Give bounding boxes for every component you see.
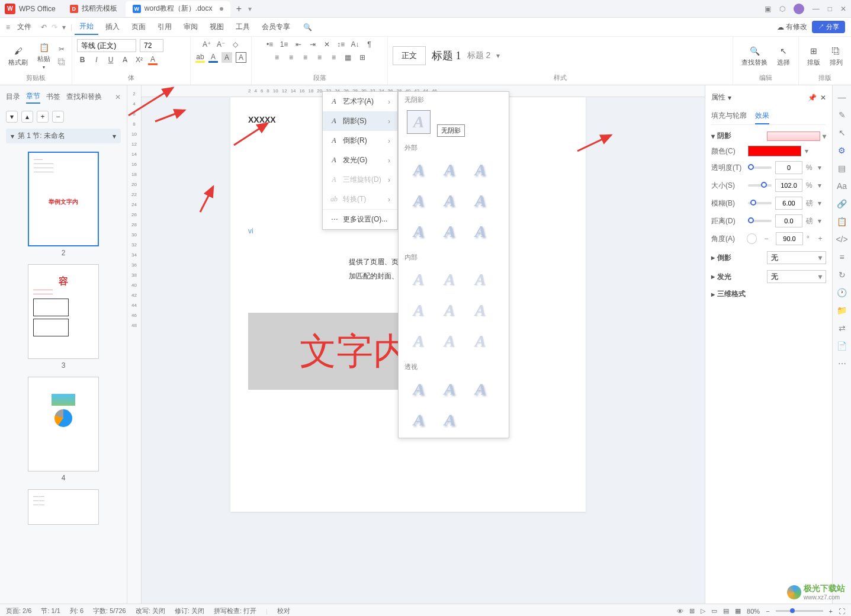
blur-slider[interactable] bbox=[748, 202, 772, 204]
more-qat-icon[interactable]: ▾ bbox=[62, 23, 66, 31]
layout-icon[interactable]: ▣ bbox=[765, 5, 771, 13]
menu-glow[interactable]: A发光(G)› bbox=[323, 150, 397, 170]
copy-icon[interactable]: ⿻ bbox=[56, 57, 67, 68]
shadow-option[interactable]: A bbox=[468, 299, 492, 322]
distribute-icon[interactable]: ≡ bbox=[329, 52, 339, 63]
shadow-option[interactable]: A bbox=[438, 299, 461, 322]
cube-icon[interactable]: ⬡ bbox=[779, 5, 785, 13]
more-icon[interactable]: ⋯ bbox=[838, 359, 846, 368]
nav-tab-chapter[interactable]: 章节 bbox=[26, 90, 40, 104]
status-page[interactable]: 页面: 2/6 bbox=[6, 607, 31, 615]
text-effect-icon[interactable]: A bbox=[148, 54, 158, 65]
cut-icon[interactable]: ✂ bbox=[56, 44, 67, 54]
shadow-option[interactable]: A bbox=[438, 220, 461, 243]
list-icon[interactable]: ≡ bbox=[839, 252, 844, 262]
nav-tab-find[interactable]: 查找和替换 bbox=[66, 91, 102, 103]
glow-combo[interactable]: 无▾ bbox=[767, 270, 826, 283]
menu-page[interactable]: 页面 bbox=[127, 20, 150, 34]
refresh-icon[interactable]: ↻ bbox=[839, 270, 846, 280]
zoom-out-button[interactable]: − bbox=[766, 608, 769, 615]
folder-icon[interactable]: 📁 bbox=[837, 306, 847, 315]
shadow-option[interactable]: A bbox=[407, 158, 431, 182]
clear-format-icon[interactable]: ◇ bbox=[230, 39, 240, 50]
shadow-option[interactable]: A bbox=[438, 408, 461, 432]
indent-icon[interactable]: ⇥ bbox=[307, 39, 318, 50]
style-icon[interactable]: Aa bbox=[837, 181, 847, 191]
doc-icon[interactable]: 📄 bbox=[837, 341, 847, 351]
section-shadow[interactable]: ▾ 阴影 ▾ bbox=[711, 131, 826, 141]
color-picker[interactable] bbox=[748, 146, 801, 156]
shadow-option[interactable]: A bbox=[468, 268, 492, 291]
reflection-combo[interactable]: 无▾ bbox=[767, 251, 826, 264]
bold-icon[interactable]: B bbox=[77, 54, 88, 65]
status-proof[interactable]: 校对 bbox=[277, 607, 290, 615]
align-center-icon[interactable]: ≡ bbox=[286, 52, 297, 63]
shadow-option[interactable]: A bbox=[438, 377, 461, 401]
char-border-icon[interactable]: A bbox=[236, 52, 246, 63]
grow-font-icon[interactable]: A⁺ bbox=[201, 39, 212, 50]
view-outline-icon[interactable]: ▤ bbox=[723, 607, 729, 615]
tab-document[interactable]: W word教程（新）.docx bbox=[126, 1, 230, 17]
menu-start[interactable]: 开始 bbox=[75, 19, 98, 35]
select-button[interactable]: ↖选择 bbox=[773, 44, 794, 68]
menu-wordart[interactable]: A艺术字(A)› bbox=[323, 92, 397, 111]
link-icon[interactable]: 🔗 bbox=[837, 199, 847, 208]
transparency-input[interactable] bbox=[775, 161, 802, 174]
tab-add-button[interactable]: + bbox=[232, 4, 247, 14]
shading-icon[interactable]: ▦ bbox=[343, 52, 354, 63]
status-spell[interactable]: 拼写检查: 打开 bbox=[214, 607, 256, 615]
sort-icon[interactable]: A↓ bbox=[350, 39, 361, 50]
nav-add-button[interactable]: + bbox=[37, 111, 49, 123]
shadow-none[interactable]: A bbox=[407, 110, 431, 134]
menu-review[interactable]: 审阅 bbox=[179, 20, 203, 34]
shadow-option[interactable]: A bbox=[438, 268, 461, 291]
nav-up-button[interactable]: ▴ bbox=[21, 111, 33, 123]
section-glow[interactable]: ▸ 发光 无▾ bbox=[711, 270, 826, 283]
shadow-option[interactable]: A bbox=[407, 329, 431, 353]
tab-fill-outline[interactable]: 填充与轮廓 bbox=[711, 108, 747, 124]
section-reflection[interactable]: ▸ 倒影 无▾ bbox=[711, 251, 826, 264]
style-h1[interactable]: 标题 1 bbox=[432, 49, 461, 63]
zoom-label[interactable]: 80% bbox=[747, 608, 760, 615]
shadow-option[interactable]: A bbox=[407, 189, 431, 213]
nav-close-icon[interactable]: ✕ bbox=[115, 93, 121, 101]
paste-button[interactable]: 📋粘贴▾ bbox=[34, 40, 54, 71]
zoom-slider[interactable] bbox=[776, 610, 823, 612]
share-button[interactable]: ↗ 分享 bbox=[812, 21, 845, 33]
menu-icon[interactable]: ≡ bbox=[6, 23, 10, 31]
highlight-icon[interactable]: ab bbox=[195, 52, 205, 63]
view-page-icon[interactable]: ▭ bbox=[711, 607, 717, 615]
shadow-option[interactable]: A bbox=[468, 220, 492, 243]
thumb-page-4[interactable] bbox=[28, 377, 99, 471]
char-scale-icon[interactable]: ✕ bbox=[322, 39, 332, 50]
view-eye-icon[interactable]: 👁 bbox=[677, 608, 683, 615]
nav-down-button[interactable]: ▾ bbox=[6, 111, 18, 123]
size-input[interactable] bbox=[775, 179, 802, 192]
section-3d[interactable]: ▸ 三维格式 bbox=[711, 289, 826, 299]
menu-reflection[interactable]: A倒影(R)› bbox=[323, 131, 397, 150]
nav-remove-button[interactable]: − bbox=[52, 111, 64, 123]
shadow-option[interactable]: A bbox=[468, 377, 492, 401]
format-painter-button[interactable]: 🖌格式刷 bbox=[5, 44, 31, 68]
section-select[interactable]: ▾ 第 1 节: 未命名 ▾ bbox=[6, 129, 121, 143]
undo-icon[interactable]: ↶ bbox=[41, 23, 47, 31]
style-more-icon[interactable]: ▾ bbox=[496, 52, 500, 60]
maximize-button[interactable]: □ bbox=[828, 5, 832, 13]
shadow-option[interactable]: A bbox=[407, 220, 431, 243]
avatar[interactable] bbox=[794, 4, 804, 14]
shadow-option[interactable]: A bbox=[438, 329, 461, 353]
shadow-option[interactable]: A bbox=[468, 158, 492, 182]
shadow-option[interactable]: A bbox=[407, 299, 431, 322]
distance-input[interactable] bbox=[775, 214, 802, 227]
close-button[interactable]: ✕ bbox=[840, 5, 846, 13]
cursor-icon[interactable]: ↖ bbox=[839, 128, 846, 137]
shadow-option[interactable]: A bbox=[468, 189, 492, 213]
status-change[interactable]: 改写: 关闭 bbox=[136, 607, 165, 615]
menu-insert[interactable]: 插入 bbox=[101, 20, 124, 34]
shadow-option[interactable]: A bbox=[407, 377, 431, 401]
strike-icon[interactable]: A̵ bbox=[120, 54, 130, 65]
minimize-button[interactable]: — bbox=[813, 5, 820, 13]
angle-input[interactable] bbox=[776, 232, 803, 245]
align-left-icon[interactable]: ≡ bbox=[272, 52, 282, 63]
redo-icon[interactable]: ↷ bbox=[52, 23, 57, 31]
